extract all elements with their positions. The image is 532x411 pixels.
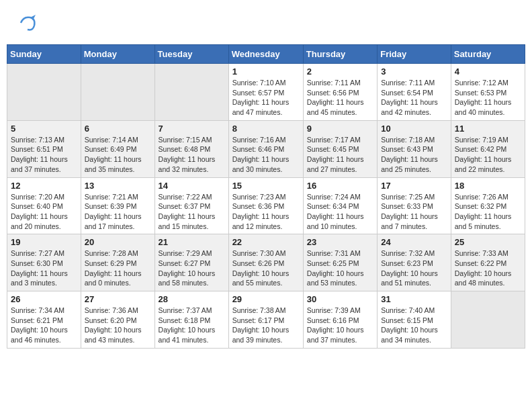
calendar-cell: 30Sunrise: 7:39 AM Sunset: 6:16 PM Dayli… [303, 291, 377, 349]
weekday-header-monday: Monday [81, 45, 154, 64]
calendar-cell: 15Sunrise: 7:23 AM Sunset: 6:36 PM Dayli… [228, 177, 303, 234]
day-info: Sunrise: 7:36 AM Sunset: 6:20 PM Dayligh… [85, 306, 151, 345]
day-number: 17 [381, 181, 447, 191]
calendar-cell: 8Sunrise: 7:16 AM Sunset: 6:46 PM Daylig… [228, 120, 303, 177]
day-info: Sunrise: 7:39 AM Sunset: 6:16 PM Dayligh… [307, 306, 373, 345]
day-info: Sunrise: 7:22 AM Sunset: 6:37 PM Dayligh… [159, 192, 225, 232]
calendar-cell: 16Sunrise: 7:24 AM Sunset: 6:34 PM Dayli… [303, 177, 377, 234]
day-number: 26 [11, 294, 77, 304]
day-number: 3 [381, 66, 447, 77]
day-info: Sunrise: 7:28 AM Sunset: 6:29 PM Dayligh… [85, 248, 151, 288]
day-info: Sunrise: 7:30 AM Sunset: 6:26 PM Dayligh… [232, 248, 300, 288]
calendar-cell: 27Sunrise: 7:36 AM Sunset: 6:20 PM Dayli… [81, 291, 154, 349]
weekday-header-thursday: Thursday [303, 45, 377, 64]
day-info: Sunrise: 7:26 AM Sunset: 6:32 PM Dayligh… [455, 192, 521, 232]
calendar-cell: 18Sunrise: 7:26 AM Sunset: 6:32 PM Dayli… [451, 177, 525, 234]
day-info: Sunrise: 7:37 AM Sunset: 6:18 PM Dayligh… [159, 306, 225, 345]
day-number: 21 [159, 237, 225, 247]
weekday-header-tuesday: Tuesday [154, 45, 228, 64]
day-info: Sunrise: 7:10 AM Sunset: 6:57 PM Dayligh… [232, 78, 300, 118]
calendar-cell: 13Sunrise: 7:21 AM Sunset: 6:39 PM Dayli… [81, 177, 154, 234]
day-info: Sunrise: 7:38 AM Sunset: 6:17 PM Dayligh… [232, 306, 300, 345]
calendar-cell: 7Sunrise: 7:15 AM Sunset: 6:48 PM Daylig… [154, 120, 228, 177]
day-info: Sunrise: 7:33 AM Sunset: 6:22 PM Dayligh… [455, 248, 521, 288]
day-number: 18 [455, 181, 521, 191]
day-info: Sunrise: 7:40 AM Sunset: 6:15 PM Dayligh… [381, 306, 447, 345]
day-number: 27 [85, 294, 151, 304]
day-number: 8 [232, 124, 300, 134]
day-info: Sunrise: 7:34 AM Sunset: 6:21 PM Dayligh… [11, 306, 77, 345]
day-number: 31 [381, 294, 447, 304]
day-number: 6 [85, 124, 151, 134]
calendar-cell: 21Sunrise: 7:29 AM Sunset: 6:27 PM Dayli… [154, 234, 228, 291]
calendar-header-row: SundayMondayTuesdayWednesdayThursdayFrid… [7, 45, 525, 64]
day-number: 15 [232, 181, 300, 191]
calendar-cell: 11Sunrise: 7:19 AM Sunset: 6:42 PM Dayli… [451, 120, 525, 177]
calendar-cell: 10Sunrise: 7:18 AM Sunset: 6:43 PM Dayli… [378, 120, 451, 177]
calendar-cell: 1Sunrise: 7:10 AM Sunset: 6:57 PM Daylig… [228, 64, 303, 121]
calendar-cell: 6Sunrise: 7:14 AM Sunset: 6:49 PM Daylig… [81, 120, 154, 177]
calendar-cell: 2Sunrise: 7:11 AM Sunset: 6:56 PM Daylig… [303, 64, 377, 121]
page-header [7, 7, 525, 39]
day-number: 14 [159, 181, 225, 191]
calendar-cell: 25Sunrise: 7:33 AM Sunset: 6:22 PM Dayli… [451, 234, 525, 291]
day-number: 29 [232, 294, 300, 304]
day-number: 16 [307, 181, 373, 191]
calendar-cell: 22Sunrise: 7:30 AM Sunset: 6:26 PM Dayli… [228, 234, 303, 291]
calendar-cell: 28Sunrise: 7:37 AM Sunset: 6:18 PM Dayli… [154, 291, 228, 349]
calendar-cell: 9Sunrise: 7:17 AM Sunset: 6:45 PM Daylig… [303, 120, 377, 177]
day-info: Sunrise: 7:27 AM Sunset: 6:30 PM Dayligh… [11, 248, 77, 288]
day-number: 2 [307, 66, 373, 77]
day-number: 1 [232, 66, 300, 77]
day-info: Sunrise: 7:15 AM Sunset: 6:48 PM Dayligh… [159, 135, 225, 175]
day-info: Sunrise: 7:19 AM Sunset: 6:42 PM Dayligh… [455, 135, 521, 175]
calendar-cell: 14Sunrise: 7:22 AM Sunset: 6:37 PM Dayli… [154, 177, 228, 234]
day-number: 10 [381, 124, 447, 134]
weekday-header-wednesday: Wednesday [228, 45, 303, 64]
weekday-header-sunday: Sunday [7, 45, 81, 64]
day-number: 13 [85, 181, 151, 191]
day-info: Sunrise: 7:13 AM Sunset: 6:51 PM Dayligh… [11, 135, 77, 175]
day-info: Sunrise: 7:20 AM Sunset: 6:40 PM Dayligh… [11, 192, 77, 232]
day-number: 24 [381, 237, 447, 247]
calendar-cell [81, 64, 154, 121]
day-info: Sunrise: 7:16 AM Sunset: 6:46 PM Dayligh… [232, 135, 300, 175]
day-number: 22 [232, 237, 300, 247]
day-number: 11 [455, 124, 521, 134]
calendar-cell: 23Sunrise: 7:31 AM Sunset: 6:25 PM Dayli… [303, 234, 377, 291]
calendar-cell: 4Sunrise: 7:12 AM Sunset: 6:53 PM Daylig… [451, 64, 525, 121]
day-info: Sunrise: 7:31 AM Sunset: 6:25 PM Dayligh… [307, 248, 373, 288]
calendar-cell: 29Sunrise: 7:38 AM Sunset: 6:17 PM Dayli… [228, 291, 303, 349]
day-number: 12 [11, 181, 77, 191]
day-info: Sunrise: 7:11 AM Sunset: 6:56 PM Dayligh… [307, 78, 373, 118]
day-info: Sunrise: 7:14 AM Sunset: 6:49 PM Dayligh… [85, 135, 151, 175]
day-number: 25 [455, 237, 521, 247]
calendar-cell: 3Sunrise: 7:11 AM Sunset: 6:54 PM Daylig… [378, 64, 451, 121]
day-number: 23 [307, 237, 373, 247]
logo [17, 13, 37, 36]
day-number: 9 [307, 124, 373, 134]
day-info: Sunrise: 7:17 AM Sunset: 6:45 PM Dayligh… [307, 135, 373, 175]
calendar-cell [7, 64, 81, 121]
calendar-cell: 19Sunrise: 7:27 AM Sunset: 6:30 PM Dayli… [7, 234, 81, 291]
logo-icon [18, 13, 37, 32]
calendar-cell: 5Sunrise: 7:13 AM Sunset: 6:51 PM Daylig… [7, 120, 81, 177]
day-number: 19 [11, 237, 77, 247]
calendar-cell: 26Sunrise: 7:34 AM Sunset: 6:21 PM Dayli… [7, 291, 81, 349]
calendar-cell [451, 291, 525, 349]
calendar-cell: 31Sunrise: 7:40 AM Sunset: 6:15 PM Dayli… [378, 291, 451, 349]
day-info: Sunrise: 7:18 AM Sunset: 6:43 PM Dayligh… [381, 135, 447, 175]
day-info: Sunrise: 7:21 AM Sunset: 6:39 PM Dayligh… [85, 192, 151, 232]
weekday-header-friday: Friday [378, 45, 451, 64]
weekday-header-saturday: Saturday [451, 45, 525, 64]
day-info: Sunrise: 7:25 AM Sunset: 6:33 PM Dayligh… [381, 192, 447, 232]
day-info: Sunrise: 7:11 AM Sunset: 6:54 PM Dayligh… [381, 78, 447, 118]
calendar-cell [154, 64, 228, 121]
day-number: 20 [85, 237, 151, 247]
calendar-cell: 20Sunrise: 7:28 AM Sunset: 6:29 PM Dayli… [81, 234, 154, 291]
day-number: 7 [159, 124, 225, 134]
day-info: Sunrise: 7:29 AM Sunset: 6:27 PM Dayligh… [159, 248, 225, 288]
day-info: Sunrise: 7:23 AM Sunset: 6:36 PM Dayligh… [232, 192, 300, 232]
day-number: 28 [159, 294, 225, 304]
day-info: Sunrise: 7:12 AM Sunset: 6:53 PM Dayligh… [455, 78, 521, 118]
